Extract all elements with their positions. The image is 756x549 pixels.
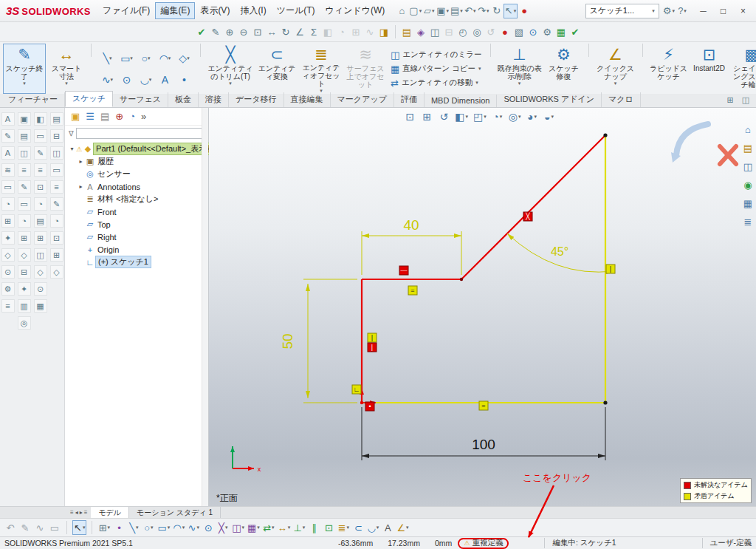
ribbon-tab-マークアップ[interactable]: マークアップ [331, 92, 394, 107]
confirm-icon[interactable]: ✔ [568, 24, 582, 39]
left-toolbar-icon[interactable]: ◇ [50, 265, 63, 279]
quick-snaps-button[interactable]: ∠クイックスナップ▾ [594, 44, 637, 94]
constraint-marker[interactable]: | [368, 333, 377, 342]
pan-icon[interactable]: ↔ [265, 24, 278, 39]
add-relation-icon[interactable]: ⊥▾ [292, 520, 306, 535]
markup-erase-icon[interactable]: ▭ [48, 520, 61, 535]
left-toolbar-icon[interactable]: ✎ [1, 129, 15, 143]
material-icon[interactable]: ▤ [400, 24, 413, 39]
spell-check-icon[interactable]: ✔ [195, 24, 208, 39]
left-toolbar-icon[interactable]: ◇ [34, 265, 47, 279]
constraint-marker[interactable]: | [606, 265, 615, 273]
ribbon-tab-マクロ[interactable]: マクロ [602, 92, 641, 107]
left-toolbar-icon[interactable]: ⊞ [34, 231, 47, 245]
document-tab[interactable]: モーション スタディ 1 [129, 507, 221, 518]
walkthrough-icon[interactable]: ↺ [484, 24, 498, 39]
ribbon-tab-評価[interactable]: 評価 [394, 92, 425, 107]
constraint-marker[interactable]: = [408, 286, 417, 295]
menu-tools[interactable]: ツール(T) [272, 2, 320, 19]
open-document-icon[interactable]: ▱▾ [422, 4, 436, 18]
new-document-icon[interactable]: ▢▾ [408, 4, 422, 18]
home-icon[interactable]: ⌂ [395, 4, 408, 18]
left-toolbar-icon[interactable]: ⊡ [50, 231, 63, 245]
line-tool-icon[interactable]: ╲▾ [98, 48, 117, 69]
left-toolbar-icon[interactable]: ◫ [50, 146, 63, 160]
left-toolbar-icon[interactable]: ◎ [18, 316, 31, 330]
linear-sketch-pattern-button[interactable]: ▦直線パターン コピー▾ [391, 64, 482, 75]
left-toolbar-icon[interactable]: ⚙ [1, 282, 15, 296]
over-defined-status[interactable]: ⚠ 重複定義 [458, 538, 509, 549]
decal-icon[interactable]: ⊟ [442, 24, 456, 39]
point-tool-icon[interactable]: • [175, 69, 193, 90]
sketch-rectangle-icon[interactable]: ▭▾ [157, 520, 171, 535]
ribbon-tab-溶接[interactable]: 溶接 [199, 92, 229, 107]
dimension-text[interactable]: 45° [551, 245, 568, 258]
constraint-marker[interactable]: = [479, 401, 488, 410]
shaded-sketch-contours-button[interactable]: ▩シェイディングスケッチ輪郭 [729, 44, 756, 94]
expand-panel-tab[interactable]: » [141, 111, 146, 122]
dimension-text[interactable]: x [258, 466, 261, 473]
document-tab[interactable]: モデル [91, 507, 129, 518]
circle-tool-icon[interactable]: ○▾ [137, 48, 155, 69]
markup-draw-icon[interactable]: ∿ [33, 520, 47, 535]
ellipse-tool-icon[interactable]: ⊙ [117, 69, 136, 90]
left-toolbar-icon[interactable]: ≡ [50, 180, 63, 194]
left-toolbar-icon[interactable]: ◇ [18, 248, 31, 262]
close-button[interactable]: × [733, 3, 753, 19]
left-toolbar-icon[interactable]: ⊡ [34, 180, 47, 194]
tree-item[interactable]: ∟(+) スケッチ1 [65, 256, 208, 268]
left-toolbar-icon[interactable]: ✎ [50, 197, 63, 211]
left-toolbar-icon[interactable]: ✦ [18, 282, 31, 296]
appearances-scenes-icon[interactable]: ◉ [743, 180, 752, 191]
settings-icon[interactable]: ⚙ [540, 24, 554, 39]
viewport-pane-icon[interactable]: ⊞ [724, 95, 737, 106]
chevron-down-icon[interactable]: ▾ [518, 81, 521, 86]
scene-icon[interactable]: ◫ [428, 24, 441, 39]
left-toolbar-icon[interactable]: ▤ [18, 129, 31, 143]
mass-properties-icon[interactable]: ◔ [335, 24, 348, 39]
left-toolbar-icon[interactable]: ▤ [50, 112, 63, 126]
redo-icon[interactable]: ↷▾ [477, 4, 490, 18]
ribbon-tab-MBD Dimension[interactable]: MBD Dimension [425, 95, 497, 107]
expand-arrow-icon[interactable]: ▾ [68, 146, 76, 152]
sketch-point-icon[interactable]: • [112, 520, 126, 535]
propertymanager-tab[interactable]: ☰ [86, 111, 94, 122]
left-toolbar-icon[interactable]: ▭ [50, 163, 63, 177]
hide-show-items-icon[interactable]: ◎▾ [508, 110, 522, 123]
left-toolbar-icon[interactable]: ▭ [18, 197, 31, 211]
options-gear-icon[interactable]: ⚙▾ [662, 4, 676, 18]
sketch-circle-icon[interactable]: ○▾ [142, 520, 155, 535]
left-toolbar-icon[interactable]: ◔ [34, 197, 47, 211]
sketch-canvas[interactable]: ╳—=||∟•=|4045°50100x [209, 108, 755, 506]
check-icon[interactable]: ⊞ [349, 24, 362, 39]
sketch-geometry[interactable]: ╳—=||∟•=|4045°50100x [233, 133, 615, 473]
fix-relation-icon[interactable]: ⊡ [322, 520, 335, 535]
zoom-to-area-icon[interactable]: ⊞ [420, 110, 433, 123]
filter-input[interactable] [76, 128, 205, 139]
offset-icon[interactable]: ≣▾ [337, 520, 350, 535]
menu-file[interactable]: ファイル(F) [97, 2, 155, 19]
undo-icon[interactable]: ↶▾ [464, 4, 477, 18]
tab-scroll-first-icon[interactable]: ≡ [70, 509, 74, 516]
expand-arrow-icon[interactable]: ▸ [77, 183, 85, 190]
menu-window[interactable]: ウィンドウ(W) [320, 2, 391, 19]
constraint-marker[interactable]: — [399, 266, 408, 275]
displaymanager-tab[interactable]: ◔ [129, 111, 135, 122]
left-toolbar-icon[interactable]: ◔ [50, 214, 63, 228]
left-toolbar-icon[interactable]: ⊙ [1, 265, 15, 279]
chevron-down-icon[interactable]: ▾ [23, 81, 26, 86]
constraint-marker[interactable]: | [368, 343, 377, 352]
menu-view[interactable]: 表示(V) [195, 2, 235, 19]
cancel-sketch-icon[interactable] [720, 146, 736, 164]
left-toolbar-icon[interactable]: ✎ [34, 146, 47, 160]
left-toolbar-icon[interactable]: ⊙ [34, 282, 47, 296]
ribbon-tab-板金[interactable]: 板金 [168, 92, 199, 107]
sketch-arc-icon[interactable]: ◠▾ [172, 520, 185, 535]
left-toolbar-icon[interactable]: ◇ [1, 248, 15, 262]
tree-item[interactable]: +Origin [65, 243, 208, 256]
markup-pen-icon[interactable]: ✎ [18, 520, 32, 535]
constraint-marker[interactable]: • [365, 402, 374, 411]
search-box[interactable]: スケッチ1... ▾ [585, 4, 659, 18]
exit-sketch-button[interactable]: ✎スケッチ終了▾ [3, 44, 46, 94]
home-tab-icon[interactable]: ⌂ [745, 124, 751, 135]
